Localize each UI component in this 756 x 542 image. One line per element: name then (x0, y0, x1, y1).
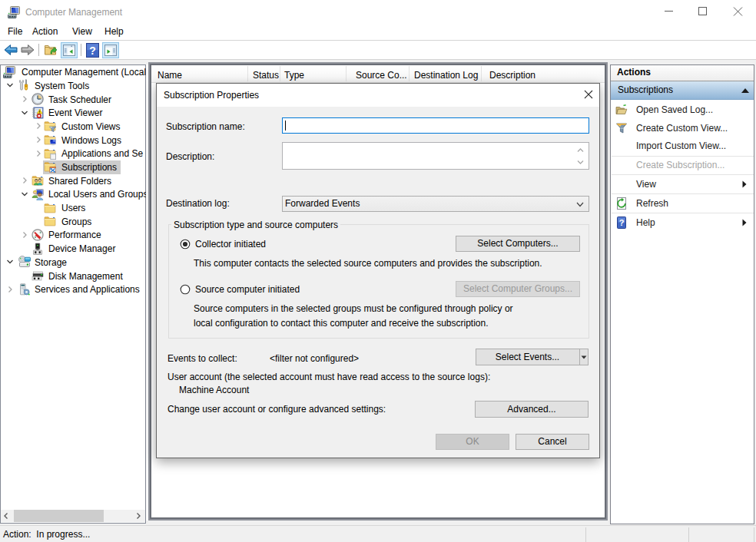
svg-text:?: ? (89, 45, 96, 57)
svg-text:?: ? (619, 218, 625, 227)
